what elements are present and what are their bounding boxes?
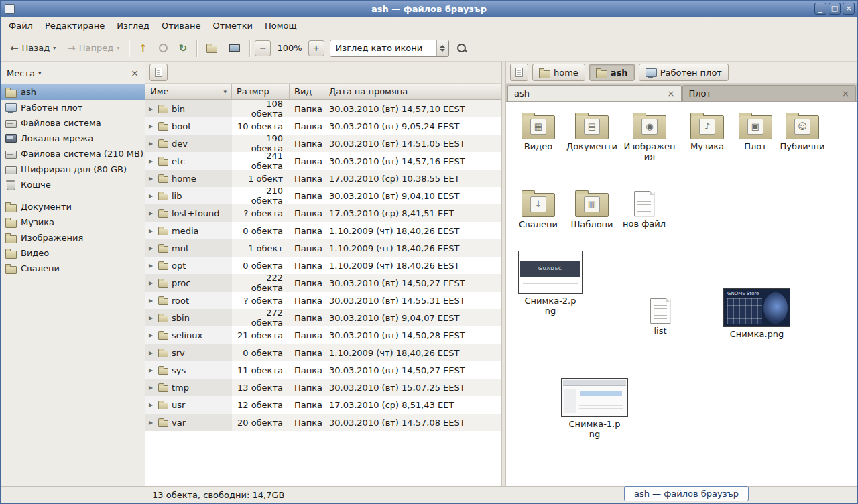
menu-item[interactable]: Отиване [156, 17, 206, 35]
file-icon-item[interactable]: ♪ [682, 111, 733, 152]
sidebar-bookmark-item[interactable]: Документи [1, 199, 145, 214]
expander-icon[interactable]: ▶ [149, 420, 155, 426]
search-button[interactable] [451, 40, 473, 57]
file-row[interactable]: ▶ media 0 обекта Папка 1.10.2009 (чт) 18… [145, 222, 501, 239]
path-button[interactable]: Работен плот [639, 64, 729, 81]
sidebar-bookmark-item[interactable]: Видео [1, 245, 145, 261]
close-tab-icon[interactable]: × [668, 88, 675, 99]
expander-icon[interactable]: ▶ [149, 332, 155, 338]
menu-item[interactable]: Редактиране [39, 17, 111, 35]
file-icon-item[interactable]: ☺ [777, 111, 828, 152]
column-header-name[interactable]: Име ▾ [145, 84, 232, 99]
path-button[interactable]: ash [589, 64, 635, 81]
expander-icon[interactable]: ▶ [149, 106, 155, 112]
file-row[interactable]: ▶ var 20 обекта Папка 30.03.2010 (вт) 14… [145, 414, 501, 431]
file-row[interactable]: ▶ selinux 21 обекта Папка 30.03.2010 (вт… [145, 326, 501, 344]
file-icon-item[interactable]: нов файл [619, 189, 670, 229]
expander-icon[interactable]: ▶ [149, 123, 155, 129]
file-row[interactable]: ▶ bin 108 обекта Папка 30.03.2010 (вт) 1… [145, 100, 501, 117]
expander-icon[interactable]: ▶ [149, 193, 155, 199]
menu-item[interactable]: Изглед [111, 17, 156, 35]
path-button[interactable]: home [532, 64, 585, 81]
tab[interactable]: ash × [507, 85, 682, 101]
file-icon-item[interactable]: ▥ [566, 189, 617, 230]
places-selector[interactable]: Места [7, 68, 35, 78]
chevron-down-icon[interactable]: ▾ [38, 70, 42, 76]
minimize-button[interactable]: _ [814, 3, 826, 15]
location-toggle-button[interactable] [149, 64, 168, 81]
close-sidebar-icon[interactable]: × [131, 68, 139, 78]
expander-icon[interactable]: ▶ [149, 350, 155, 356]
sidebar-place-item[interactable]: Работен плот [1, 100, 145, 115]
file-row[interactable]: ▶ lost+found ? обекта Папка 17.03.2010 (… [145, 204, 501, 222]
expander-icon[interactable]: ▶ [149, 263, 155, 269]
stop-button[interactable] [154, 41, 172, 55]
file-row[interactable]: ▶ proc 222 обекта Папка 30.03.2010 (вт) … [145, 274, 501, 292]
file-icon-item[interactable]: list [635, 296, 686, 336]
file-row[interactable]: ▶ etc 241 обекта Папка 30.03.2010 (вт) 1… [145, 152, 501, 170]
up-button[interactable]: ↑ [134, 40, 152, 57]
sidebar-place-item[interactable]: Локална мрежа [1, 131, 145, 146]
expander-icon[interactable]: ▶ [149, 367, 155, 373]
expander-icon[interactable]: ▶ [149, 245, 155, 251]
reload-button[interactable]: ↻ [174, 40, 192, 57]
column-header-type[interactable]: Вид [290, 84, 324, 99]
expander-icon[interactable]: ▶ [149, 298, 155, 304]
file-icon-item[interactable]: GNOME Store GNOME Store Снимка.png [722, 288, 792, 340]
sidebar-place-item[interactable]: Кошче [1, 177, 145, 192]
computer-button[interactable] [224, 41, 245, 55]
home-button[interactable] [202, 41, 222, 56]
column-header-date[interactable]: Дата на промяна [324, 84, 501, 99]
file-icon-item[interactable]: ◉ [624, 111, 675, 162]
menu-item[interactable]: Отметки [206, 17, 258, 35]
file-row[interactable]: ▶ usr 12 обекта Папка 17.03.2010 (ср) 8,… [145, 396, 501, 414]
file-row[interactable]: ▶ tmp 13 обекта Папка 30.03.2010 (вт) 15… [145, 379, 501, 396]
expander-icon[interactable]: ▶ [149, 315, 155, 321]
file-icon-item[interactable]: ▣ [730, 111, 781, 152]
file-row[interactable]: ▶ root ? обекта Папка 30.03.2010 (вт) 14… [145, 292, 501, 309]
tab[interactable]: Плот × [682, 85, 857, 101]
file-row[interactable]: ▶ mnt 1 обект Папка 1.10.2009 (чт) 18,40… [145, 239, 501, 257]
taskbar-window-button[interactable]: ash — файлов браузър [624, 486, 749, 501]
zoom-out-button[interactable]: − [255, 40, 271, 56]
file-icon-item[interactable]: ▦ [513, 111, 564, 152]
forward-button[interactable]: → Напред ▾ [62, 40, 124, 57]
pane-splitter[interactable] [501, 62, 506, 486]
titlebar[interactable]: ash — файлов браузър _ □ × [1, 1, 857, 17]
combo-arrows-icon[interactable] [436, 40, 448, 56]
column-header-size[interactable]: Размер [232, 84, 290, 99]
maximize-button[interactable]: □ [829, 3, 841, 15]
sidebar-bookmark-item[interactable]: Свалени [1, 261, 145, 276]
sidebar-bookmark-item[interactable]: Музика [1, 214, 145, 230]
file-row[interactable]: ▶ sbin 272 обекта Папка 30.03.2010 (вт) … [145, 309, 501, 326]
close-tab-icon[interactable]: × [842, 88, 849, 99]
expander-icon[interactable]: ▶ [149, 210, 155, 216]
location-toggle-button[interactable] [510, 64, 528, 81]
sidebar-place-item[interactable]: ash [1, 84, 145, 100]
file-row[interactable]: ▶ sys 11 обекта Папка 30.03.2010 (вт) 14… [145, 361, 501, 379]
sidebar-place-item[interactable]: Файлова система (210 MB) [1, 146, 145, 162]
view-mode-combo[interactable]: Изглед като икони [330, 40, 449, 57]
file-row[interactable]: ▶ srv 0 обекта Папка 1.10.2009 (чт) 18,4… [145, 344, 501, 361]
expander-icon[interactable]: ▶ [149, 280, 155, 286]
sidebar-bookmark-item[interactable]: Изображения [1, 230, 145, 245]
menu-item[interactable]: Файл [3, 17, 39, 35]
file-icon-item[interactable]: ▤ [566, 111, 617, 152]
expander-icon[interactable]: ▶ [149, 228, 155, 234]
file-icon-item[interactable]: ↓ [513, 189, 564, 230]
expander-icon[interactable]: ▶ [149, 385, 155, 391]
icon-view[interactable]: ▦ [506, 102, 857, 486]
file-row[interactable]: ▶ home 1 обект Папка 17.03.2010 (ср) 10,… [145, 170, 501, 187]
expander-icon[interactable]: ▶ [149, 176, 155, 182]
file-row[interactable]: ▶ dev 190 обекта Папка 30.03.2010 (вт) 1… [145, 135, 501, 152]
menu-item[interactable]: Помощ [259, 17, 303, 35]
expander-icon[interactable]: ▶ [149, 158, 155, 164]
back-button[interactable]: ← Назад ▾ [5, 40, 60, 57]
file-icon-item[interactable]: Снимка-1.png [560, 378, 629, 440]
file-row[interactable]: ▶ opt 0 обекта Папка 1.10.2009 (чт) 18,4… [145, 257, 501, 274]
expander-icon[interactable]: ▶ [149, 141, 155, 147]
sidebar-place-item[interactable]: Файлова система [1, 115, 145, 131]
chevron-down-icon[interactable]: ▾ [53, 45, 56, 51]
file-row[interactable]: ▶ boot 10 обекта Папка 30.03.2010 (вт) 9… [145, 117, 501, 135]
file-icon-item[interactable]: GUADEC GUADEC Снимка-2.png [515, 251, 585, 316]
